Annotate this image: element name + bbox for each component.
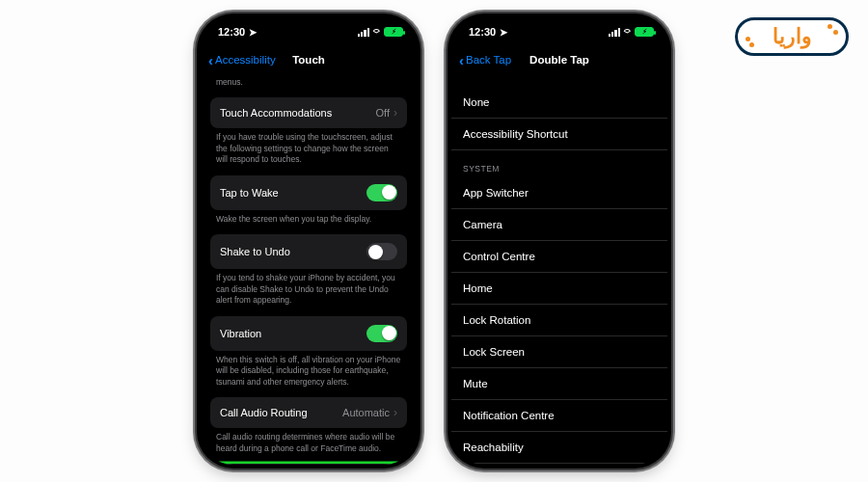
- option-notification-centre[interactable]: Notification Centre: [451, 400, 667, 432]
- option-control-centre[interactable]: Control Centre: [451, 241, 667, 273]
- back-label: Back Tap: [466, 54, 511, 66]
- notch: [506, 13, 612, 35]
- battery-charging-icon: ⚡︎: [635, 27, 654, 37]
- location-icon: ➤: [500, 27, 507, 38]
- chevron-left-icon: ‹: [208, 53, 213, 67]
- footnote: Wake the screen when you tap the display…: [210, 210, 407, 234]
- option-accessibility-shortcut[interactable]: Accessibility Shortcut: [451, 119, 667, 150]
- setting-row-vibration[interactable]: Vibration: [210, 316, 407, 351]
- option-screenshot[interactable]: Screenshot: [451, 464, 667, 465]
- wifi-icon: ⌔: [624, 27, 631, 38]
- wifi-icon: ⌔: [373, 27, 380, 38]
- setting-value: Automatic›: [342, 406, 397, 419]
- iphone-left: 12:30 ➤ ⌔ ⚡︎ ‹ Accessibility Touch menus…: [197, 13, 420, 469]
- battery-charging-icon: ⚡︎: [384, 27, 403, 37]
- footnote: menus.: [210, 73, 407, 97]
- option-lock-rotation[interactable]: Lock Rotation: [451, 305, 667, 336]
- chevron-right-icon: ›: [393, 406, 397, 419]
- option-app-switcher[interactable]: App Switcher: [451, 177, 667, 209]
- footnote: Call audio routing determines where audi…: [210, 428, 407, 464]
- setting-label: Touch Accommodations: [220, 107, 332, 119]
- brand-text: واریا: [773, 24, 812, 49]
- option-home[interactable]: Home: [451, 273, 667, 305]
- screen-double-tap: 12:30 ➤ ⌔ ⚡︎ ‹ Back Tap Double Tap NoneA…: [451, 17, 667, 465]
- location-icon: ➤: [249, 27, 257, 38]
- nav-header: ‹ Back Tap Double Tap: [451, 46, 667, 73]
- notch: [256, 13, 362, 35]
- group-label-system: SYSTEM: [451, 150, 667, 177]
- setting-label: Shake to Undo: [220, 246, 290, 257]
- setting-row-call-audio-routing[interactable]: Call Audio RoutingAutomatic›: [210, 397, 407, 428]
- chevron-right-icon: ›: [393, 106, 397, 120]
- setting-row-touch-accommodations[interactable]: Touch AccommodationsOff›: [210, 97, 407, 128]
- option-none[interactable]: None: [451, 87, 667, 119]
- option-reachability[interactable]: Reachability: [451, 432, 667, 464]
- screen-touch-settings: 12:30 ➤ ⌔ ⚡︎ ‹ Accessibility Touch menus…: [201, 17, 417, 465]
- setting-label: Vibration: [220, 328, 261, 339]
- status-time: 12:30: [218, 26, 245, 38]
- footnote: When this switch is off, all vibration o…: [210, 351, 407, 397]
- back-button[interactable]: ‹ Accessibility: [208, 53, 276, 67]
- toggle[interactable]: [366, 184, 397, 201]
- toggle[interactable]: [366, 243, 397, 260]
- option-mute[interactable]: Mute: [451, 368, 667, 400]
- option-camera[interactable]: Camera: [451, 209, 667, 241]
- brand-logo: واریا: [735, 17, 849, 56]
- toggle[interactable]: [366, 325, 397, 342]
- status-time: 12:30: [469, 26, 496, 38]
- footnote: If you tend to shake your iPhone by acci…: [210, 269, 407, 315]
- setting-label: Call Audio Routing: [220, 407, 308, 418]
- back-button[interactable]: ‹ Back Tap: [459, 53, 511, 67]
- setting-row-tap-to-wake[interactable]: Tap to Wake: [210, 175, 407, 210]
- setting-row-back-tap[interactable]: Back TapOff›: [210, 464, 407, 465]
- iphone-right: 12:30 ➤ ⌔ ⚡︎ ‹ Back Tap Double Tap NoneA…: [448, 13, 671, 469]
- back-label: Accessibility: [215, 54, 276, 66]
- nav-header: ‹ Accessibility Touch: [201, 46, 417, 73]
- setting-row-shake-to-undo[interactable]: Shake to Undo: [210, 234, 407, 269]
- chevron-left-icon: ‹: [459, 53, 464, 67]
- option-lock-screen[interactable]: Lock Screen: [451, 336, 667, 368]
- setting-label: Tap to Wake: [220, 187, 279, 199]
- setting-value: Off›: [376, 106, 397, 120]
- footnote: If you have trouble using the touchscree…: [210, 128, 407, 174]
